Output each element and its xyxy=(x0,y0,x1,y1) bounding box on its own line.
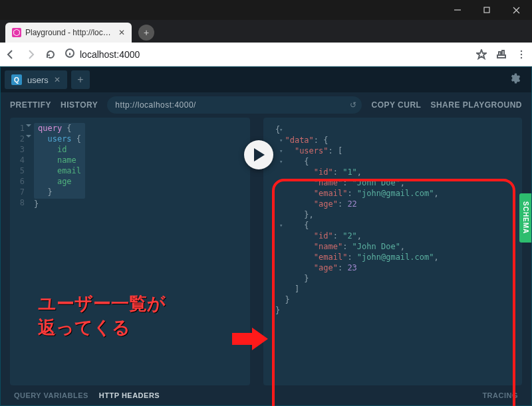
graphql-favicon-icon xyxy=(12,28,21,37)
endpoint-reload-icon[interactable]: ↺ xyxy=(350,100,357,110)
playground-footer: QUERY VARIABLES HTTP HEADERS TRACING xyxy=(1,385,531,405)
http-headers-tab[interactable]: HTTP HEADERS xyxy=(99,391,160,399)
svg-marker-8 xyxy=(477,50,486,58)
playground-tabbar: Q users ✕ + xyxy=(1,67,531,92)
window-close-button[interactable] xyxy=(501,1,531,19)
window-minimize-button[interactable] xyxy=(443,1,472,19)
svg-point-13 xyxy=(521,53,522,54)
extension-icon[interactable] xyxy=(496,49,507,60)
playground-add-tab-button[interactable]: + xyxy=(71,70,90,89)
copy-curl-button[interactable]: COPY CURL xyxy=(371,100,421,110)
share-playground-button[interactable]: SHARE PLAYGROUND xyxy=(430,100,522,110)
schema-drawer-handle[interactable]: SCHEMA xyxy=(519,193,531,243)
window-maximize-button[interactable] xyxy=(472,1,501,19)
settings-icon[interactable] xyxy=(509,72,521,87)
playground-tab[interactable]: Q users ✕ xyxy=(5,70,67,89)
svg-rect-1 xyxy=(484,7,489,13)
svg-marker-4 xyxy=(14,29,20,36)
new-tab-button[interactable]: + xyxy=(138,25,154,41)
svg-rect-10 xyxy=(499,52,501,55)
menu-icon[interactable] xyxy=(516,49,527,60)
line-gutter: 1 2 3 4 5 6 7 8 xyxy=(10,123,29,380)
playground: Q users ✕ + PRETTIFY HISTORY http://loca… xyxy=(0,66,532,406)
forward-icon[interactable] xyxy=(25,49,36,60)
star-icon[interactable] xyxy=(476,49,487,60)
svg-point-12 xyxy=(521,50,522,51)
window-titlebar xyxy=(0,0,532,20)
query-editor[interactable]: 1 2 3 4 5 6 7 8 query { users { id name … xyxy=(10,118,250,385)
playground-tab-label: users xyxy=(27,75,49,85)
history-button[interactable]: HISTORY xyxy=(61,100,98,110)
browser-addressbar: localhost:4000 xyxy=(0,43,532,66)
tracing-tab[interactable]: TRACING xyxy=(482,391,518,399)
browser-tabstrip: Playground - http://localhost:400 ✕ + xyxy=(0,20,532,43)
url-text[interactable]: localhost:4000 xyxy=(80,49,140,60)
endpoint-input[interactable]: http://localhost:4000/ ↺ xyxy=(107,96,362,114)
query-variables-tab[interactable]: QUERY VARIABLES xyxy=(14,391,88,399)
query-code: query { users { id name email age } } xyxy=(34,123,245,209)
browser-tab[interactable]: Playground - http://localhost:400 ✕ xyxy=(5,23,132,43)
svg-marker-15 xyxy=(254,148,265,161)
playground-tab-close-icon[interactable]: ✕ xyxy=(54,75,61,84)
site-info-icon[interactable] xyxy=(65,49,74,60)
reload-icon[interactable] xyxy=(45,49,56,60)
playground-toolbar: PRETTIFY HISTORY http://localhost:4000/ … xyxy=(1,92,531,118)
prettify-button[interactable]: PRETTIFY xyxy=(10,100,51,110)
back-icon[interactable] xyxy=(5,49,16,60)
query-badge: Q xyxy=(11,74,22,85)
browser-tab-title: Playground - http://localhost:400 xyxy=(25,28,114,37)
tab-close-icon[interactable]: ✕ xyxy=(118,28,125,37)
execute-button[interactable] xyxy=(244,140,273,169)
response-pane[interactable]: ▾{ ▾ "data": { ▾ "users": [ ▾ { "id": "1… xyxy=(263,118,522,385)
svg-point-14 xyxy=(521,56,522,58)
svg-rect-11 xyxy=(502,51,504,55)
playground-main: 1 2 3 4 5 6 7 8 query { users { id name … xyxy=(10,118,522,385)
endpoint-value: http://localhost:4000/ xyxy=(115,100,196,110)
response-json: ▾{ ▾ "data": { ▾ "users": [ ▾ { "id": "1… xyxy=(275,124,515,316)
